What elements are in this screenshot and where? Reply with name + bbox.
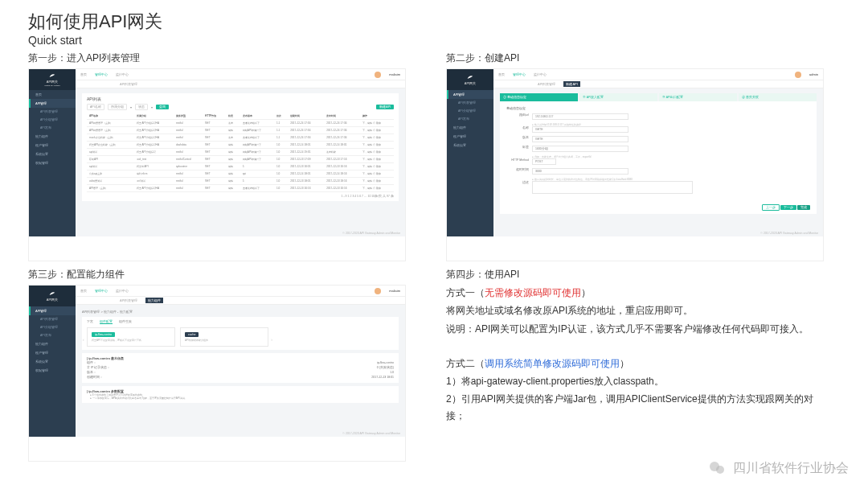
topnav-mon[interactable]: 监控中心 bbox=[116, 72, 129, 76]
topnav-mon[interactable]: 监控中心 bbox=[534, 72, 547, 76]
search-button[interactable]: 查询 bbox=[156, 105, 169, 109]
avatar[interactable] bbox=[795, 72, 801, 78]
table-header: 操作 bbox=[360, 113, 394, 120]
nav-rights[interactable]: 权限管理 bbox=[29, 366, 76, 375]
avatar[interactable] bbox=[375, 288, 381, 294]
topnav-mgr[interactable]: 管理中心 bbox=[513, 72, 526, 76]
screenshot-step1: API网关 united sky jintong 首页 API管理 API列表管… bbox=[28, 68, 406, 261]
table-row[interactable]: 获取APIowl_testrestfulControlGET编辑网站API存储已… bbox=[87, 156, 394, 163]
topnav-mgr[interactable]: 管理中心 bbox=[95, 72, 108, 76]
table-header: HTTP方法 bbox=[203, 113, 226, 120]
filter-state[interactable]: 状态 bbox=[135, 104, 148, 110]
table-header: 所属分组 bbox=[134, 113, 174, 120]
route-input[interactable]: 192.168.0.117 bbox=[532, 113, 628, 120]
nav-tenant[interactable]: 租户管理 bbox=[29, 141, 76, 150]
table-row[interactable]: API网管管理（主题）阿里API分组标记HArestfulGET发布查看发布模式… bbox=[87, 120, 394, 127]
table-header: 发布时间 bbox=[324, 113, 360, 120]
user-name: maksim bbox=[389, 72, 400, 76]
nav-tenant[interactable]: 租户管理 bbox=[447, 132, 493, 141]
table-row[interactable]: API网管管理（主题）阿里API分组标记HArestfulGET编辑网站API存… bbox=[87, 127, 394, 134]
brand-logo: API网关 bbox=[447, 69, 493, 90]
nav-api-pub[interactable]: API发布 bbox=[29, 124, 76, 132]
step2-label: 第二步：创建API bbox=[446, 51, 824, 65]
nav-settings[interactable]: 系统设置 bbox=[29, 150, 76, 158]
nav-api-list[interactable]: API列表管理 bbox=[29, 315, 76, 323]
wizard-tab[interactable]: ① 基础信息设定 bbox=[500, 93, 578, 101]
method-select[interactable]: POST bbox=[532, 158, 556, 165]
finish-button[interactable]: 完成 bbox=[797, 205, 810, 210]
kv-row: 创建时间：2017-12-13 18:01 bbox=[87, 375, 394, 380]
nav-api-group[interactable]: API分组管理 bbox=[29, 116, 76, 124]
desc-textarea[interactable] bbox=[532, 181, 693, 194]
topnav-home[interactable]: 首页 bbox=[80, 289, 87, 293]
nav-settings[interactable]: 系统设置 bbox=[447, 141, 493, 150]
topnav-home[interactable]: 首页 bbox=[80, 72, 87, 76]
wechat-icon bbox=[707, 458, 727, 478]
table-row[interactable]: ovl网管测试ovl测试restfulGET编辑51.02017-12-13 1… bbox=[87, 178, 394, 185]
form-section: 基础信息设定 bbox=[506, 106, 810, 110]
nav-api-pub[interactable]: API发布 bbox=[29, 331, 76, 339]
prev-button[interactable]: 上一步 bbox=[762, 204, 780, 211]
add-api-button[interactable]: 新建API bbox=[376, 105, 394, 109]
table-header: 首次 bbox=[274, 113, 288, 120]
nav-rights[interactable]: 权限管理 bbox=[29, 158, 76, 167]
next-button[interactable]: 下一步 bbox=[780, 205, 796, 210]
nav-ability[interactable]: 能力组件 bbox=[29, 339, 76, 348]
screenshot-step2: API网关 API管理 API列表管理 API分组管理 API发布 能力组件 租… bbox=[446, 68, 824, 261]
wizard-tab[interactable]: ④ 首页关联 bbox=[739, 93, 817, 101]
nav-api-pub[interactable]: API发布 bbox=[447, 115, 493, 123]
nav-api-group[interactable]: API分组管理 bbox=[29, 323, 76, 331]
version-input[interactable]: GETE bbox=[532, 136, 628, 142]
wizard-tab[interactable]: ② API接入配置 bbox=[579, 93, 657, 101]
filter-group[interactable]: 所属分组 bbox=[108, 104, 127, 110]
screenshot-step3: API网关 API管理 API列表管理 API分组管理 API发布 能力组件 租… bbox=[28, 285, 406, 462]
page-title: 如何使用API网关 bbox=[0, 0, 868, 34]
filter-name[interactable]: API名称 bbox=[87, 104, 104, 110]
step3-label: 第三步：配置能力组件 bbox=[28, 268, 406, 281]
bullet: ● 一旦添加配置后，API网关将自动对比白名单与Type，基于IP的流量控制作用… bbox=[87, 397, 394, 400]
table-row[interactable]: API管理（主题）阿里API分组标记HArestfulGET编辑查看发布模式了1… bbox=[87, 185, 394, 192]
ability-tab[interactable]: 组件配置 bbox=[100, 320, 113, 324]
ability-card-cache[interactable]: › cache API数据缓存能力组件 bbox=[180, 327, 268, 347]
table-row[interactable]: api测试阿里型APIspbootmeGET编辑51.02017-12-13 1… bbox=[87, 163, 394, 171]
nav-api-mgr[interactable]: API管理 bbox=[29, 306, 76, 315]
table-row[interactable]: 阿里API定位机能（主题）阿里API分组标记HAdashdataGET编辑网站A… bbox=[87, 142, 394, 149]
table-row[interactable]: 公共api主题编码nfcmrestfulGET编辑api1.02017-12-1… bbox=[87, 171, 394, 178]
nav-tenant[interactable]: 租户管理 bbox=[29, 348, 76, 357]
step1-label: 第一步：进入API列表管理 bbox=[28, 51, 406, 65]
nav-api-list[interactable]: API列表管理 bbox=[29, 108, 76, 116]
nav-api-list[interactable]: API列表管理 bbox=[447, 99, 493, 107]
avatar[interactable] bbox=[375, 72, 381, 78]
nav-ability[interactable]: 能力组件 bbox=[29, 132, 76, 141]
nav-api-group[interactable]: API分组管理 bbox=[447, 107, 493, 115]
chevron-right-icon[interactable]: › bbox=[271, 337, 272, 342]
svg-point-1 bbox=[716, 466, 724, 474]
table-header: 服务类型 bbox=[174, 113, 203, 120]
topnav-mgr[interactable]: 管理中心 bbox=[95, 289, 108, 293]
ability-tab[interactable]: 组件生效 bbox=[119, 320, 132, 324]
topnav-mon[interactable]: 监控中心 bbox=[116, 289, 129, 293]
nav-home[interactable]: 首页 bbox=[29, 90, 76, 99]
pagination[interactable]: 1 - 9 1 2 3 4 5 6 7 … 10 10条/页 共 97 条 bbox=[87, 192, 394, 198]
brand-logo: API网关 bbox=[29, 286, 76, 306]
ability-tab[interactable]: 下发 bbox=[87, 320, 93, 324]
table-row[interactable]: api测试阿里API分组标记restfulGET编辑网站API存储已了1.020… bbox=[87, 149, 394, 156]
nav-settings[interactable]: 系统设置 bbox=[29, 357, 76, 366]
name-input[interactable]: GETE bbox=[532, 126, 628, 133]
footer: © 2017-2020 API Gateway Admin and Monito… bbox=[760, 232, 818, 235]
nav-ability[interactable]: 能力组件 bbox=[447, 123, 493, 132]
user-name: maksim bbox=[389, 289, 400, 293]
chevron-left-icon[interactable]: ‹ bbox=[83, 337, 84, 342]
user-name: admin bbox=[809, 72, 818, 76]
nav-api-mgr[interactable]: API管理 bbox=[29, 99, 76, 108]
topnav-home[interactable]: 首页 bbox=[498, 72, 505, 76]
panel-title: API列表 bbox=[87, 97, 394, 101]
table-row[interactable]: mock定位机能（主题）阿里API分组标记HArestfulGET发布查看发布模… bbox=[87, 134, 394, 142]
nav-api-mgr[interactable]: API管理 bbox=[447, 90, 493, 99]
timeout-input[interactable]: 3000 bbox=[532, 168, 628, 175]
api-table: API名称所属分组服务类型HTTP方法状态发布版本首次创建时间发布时间操作 AP… bbox=[87, 113, 394, 192]
ability-card-ipflow[interactable]: ‹ ip-flow-contro 阿里API下发配置说明，IP模式下发配置已下线 bbox=[87, 327, 175, 347]
table-header: 状态 bbox=[226, 113, 240, 120]
tag-input[interactable]: 1600分组 bbox=[532, 146, 628, 152]
wizard-tab[interactable]: ③ API出口配置 bbox=[659, 93, 737, 101]
